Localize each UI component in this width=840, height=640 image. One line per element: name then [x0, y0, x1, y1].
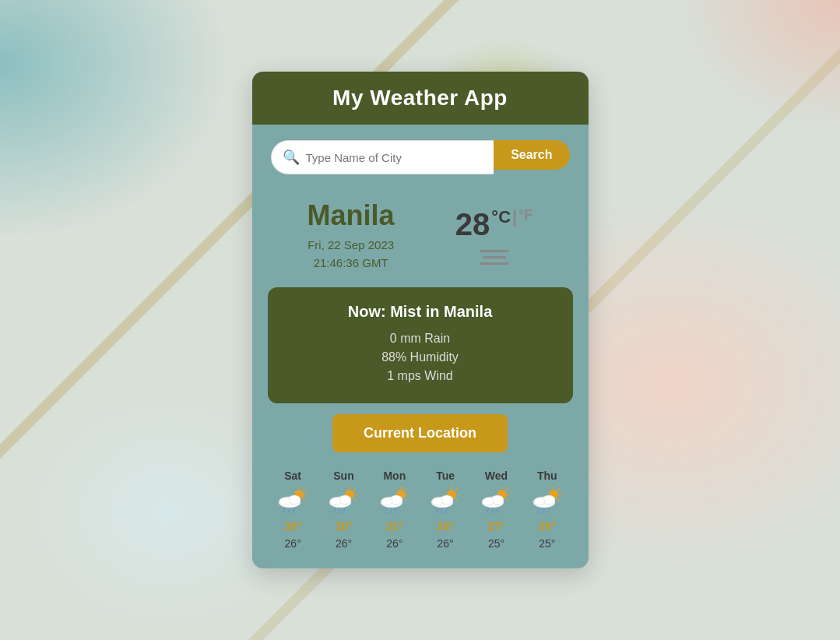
forecast-low-temp: 26°: [336, 537, 352, 550]
forecast-day: Tue 28°26°: [430, 469, 461, 550]
forecast-high-temp: 27°: [487, 519, 505, 533]
svg-line-59: [558, 499, 560, 501]
svg-line-31: [390, 508, 392, 513]
date-time: Fri, 22 Sep 2023 21:46:36 GMT: [308, 237, 395, 272]
haze-line-2: [483, 256, 506, 258]
search-button[interactable]: Search: [494, 140, 569, 170]
haze-line-3: [480, 262, 509, 265]
svg-line-35: [456, 489, 458, 491]
svg-line-52: [487, 508, 488, 513]
svg-point-62: [534, 498, 545, 505]
svg-line-26: [406, 499, 407, 501]
svg-line-13: [354, 489, 356, 491]
temp-section: 28 °C | °F: [455, 207, 533, 265]
forecast-high-temp: 30°: [284, 519, 302, 533]
svg-point-7: [279, 498, 290, 505]
svg-line-65: [547, 508, 549, 513]
forecast-day-name: Tue: [436, 469, 455, 482]
svg-line-54: [496, 508, 497, 513]
wind-stat: 1 mps Wind: [286, 369, 554, 383]
weather-app: My Weather App 🔍 Search Manila Fri, 22 S…: [252, 72, 589, 568]
weather-description: Now: Mist in Manila: [286, 303, 554, 321]
svg-line-63: [538, 508, 539, 513]
temp-value: 28: [455, 207, 490, 242]
svg-line-4: [304, 499, 305, 501]
svg-line-30: [385, 508, 387, 513]
city-info: Manila Fri, 22 Sep 2023 21:46:36 GMT: [308, 199, 395, 272]
forecast-weather-icon: [532, 487, 563, 515]
svg-line-2: [304, 489, 305, 491]
svg-point-51: [483, 498, 494, 505]
forecast-high-temp: 28°: [437, 519, 455, 533]
forecast-low-temp: 25°: [539, 537, 555, 550]
svg-line-8: [283, 508, 285, 513]
forecast-day: Sun 30°26°: [328, 469, 359, 550]
search-input-wrapper: 🔍: [271, 140, 494, 174]
forecast-low-temp: 26°: [285, 537, 301, 550]
forecast-high-temp: 31°: [385, 519, 403, 533]
svg-line-15: [354, 499, 356, 501]
svg-point-40: [432, 498, 443, 505]
weather-details-box: Now: Mist in Manila 0 mm Rain 88% Humidi…: [268, 287, 573, 403]
svg-line-32: [395, 508, 396, 513]
forecast-section: Sat 30°26°Sun: [252, 463, 589, 550]
svg-line-9: [288, 508, 290, 513]
humidity-stat: 88% Humidity: [286, 350, 554, 364]
forecast-day-name: Wed: [485, 469, 508, 482]
forecast-low-temp: 25°: [488, 537, 504, 550]
forecast-day-name: Sat: [284, 469, 301, 482]
svg-line-43: [445, 508, 447, 513]
city-name: Manila: [308, 199, 395, 232]
svg-line-10: [293, 508, 294, 513]
haze-line-1: [480, 250, 509, 252]
forecast-weather-icon: [379, 487, 410, 515]
temp-unit-celsius[interactable]: °C: [491, 207, 511, 227]
forecast-weather-icon: [480, 487, 511, 515]
temp-unit-separator: |: [512, 207, 517, 227]
svg-line-20: [339, 508, 340, 513]
svg-line-64: [543, 508, 544, 513]
date: Fri, 22 Sep 2023: [308, 237, 395, 255]
svg-line-48: [507, 499, 508, 501]
temp-display: 28 °C | °F: [455, 207, 533, 242]
current-location-button[interactable]: Current Location: [332, 414, 508, 452]
svg-line-21: [343, 508, 345, 513]
svg-line-19: [334, 508, 336, 513]
svg-line-46: [507, 489, 508, 491]
forecast-high-temp: 29°: [538, 519, 556, 533]
forecast-grid: Sat 30°26°Sun: [268, 469, 573, 550]
city-search-input[interactable]: [306, 151, 483, 164]
app-title: My Weather App: [271, 86, 570, 111]
temp-unit-fahrenheit[interactable]: °F: [518, 207, 532, 223]
svg-point-29: [381, 498, 392, 505]
forecast-day: Mon 31°26°: [379, 469, 410, 550]
forecast-low-temp: 26°: [438, 537, 454, 550]
search-bar: 🔍 Search: [271, 140, 570, 174]
forecast-weather-icon: [328, 487, 359, 515]
forecast-weather-icon: [430, 487, 461, 515]
forecast-day-name: Thu: [537, 469, 557, 482]
forecast-day-name: Mon: [383, 469, 406, 482]
forecast-high-temp: 30°: [335, 519, 353, 533]
forecast-low-temp: 26°: [386, 537, 402, 550]
haze-weather-icon: [455, 250, 533, 265]
app-header: My Weather App: [252, 72, 589, 125]
search-icon: 🔍: [283, 149, 300, 166]
rain-stat: 0 mm Rain: [286, 332, 554, 346]
svg-line-37: [456, 499, 458, 501]
svg-line-24: [406, 489, 407, 491]
svg-line-41: [436, 508, 438, 513]
forecast-day: Wed 27°25°: [480, 469, 511, 550]
svg-point-18: [330, 498, 341, 505]
forecast-weather-icon: [277, 487, 308, 515]
svg-line-42: [441, 508, 442, 513]
svg-line-53: [491, 508, 493, 513]
forecast-day: Sat 30°26°: [277, 469, 308, 550]
time: 21:46:36 GMT: [308, 255, 395, 273]
svg-line-57: [558, 489, 560, 491]
forecast-day: Thu 29°25°: [532, 469, 563, 550]
forecast-day-name: Sun: [333, 469, 353, 482]
weather-main: Manila Fri, 22 Sep 2023 21:46:36 GMT 28 …: [252, 187, 589, 278]
